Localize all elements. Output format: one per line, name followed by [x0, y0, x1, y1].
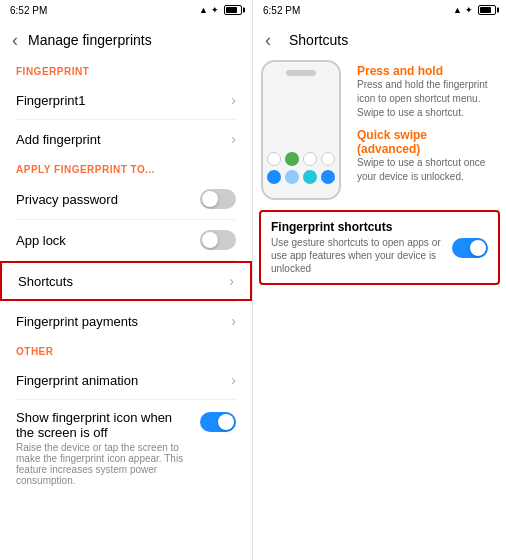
- quick-swipe-title: Quick swipe (advanced): [357, 128, 490, 156]
- section-apply-label: APPLY FINGERPRINT TO...: [0, 158, 252, 179]
- fingerprint-icon-toggle[interactable]: [200, 412, 236, 432]
- fingerprint-animation-item[interactable]: Fingerprint animation ›: [0, 361, 252, 399]
- wifi-icon: ✦: [211, 5, 219, 15]
- left-status-bar: 6:52 PM ▲ ✦: [0, 0, 252, 20]
- right-status-icons: ▲ ✦: [453, 5, 496, 15]
- phone-illustration: [261, 60, 341, 200]
- left-time: 6:52 PM: [10, 5, 47, 16]
- wifi-icon: ✦: [465, 5, 473, 15]
- fingerprint-animation-label: Fingerprint animation: [16, 373, 138, 388]
- left-status-icons: ▲ ✦: [199, 5, 242, 15]
- privacy-password-item[interactable]: Privacy password: [0, 179, 252, 219]
- shortcuts-label: Shortcuts: [18, 274, 73, 289]
- chevron-icon: ›: [231, 92, 236, 108]
- section-fingerprint-label: FINGERPRINT: [0, 60, 252, 81]
- right-status-bar: 6:52 PM ▲ ✦: [253, 0, 506, 20]
- page-title: Manage fingerprints: [28, 32, 152, 48]
- finger-dots: [263, 148, 339, 188]
- shortcuts-item[interactable]: Shortcuts ›: [0, 261, 252, 301]
- shortcuts-content: Press and hold Press and hold the finger…: [253, 60, 506, 206]
- dot-1: [267, 152, 281, 166]
- dot-5: [267, 170, 281, 184]
- fp-shortcuts-text: Fingerprint shortcuts Use gesture shortc…: [271, 220, 444, 275]
- add-fingerprint-item[interactable]: Add fingerprint ›: [0, 120, 252, 158]
- bluetooth-icon: ▲: [199, 5, 208, 15]
- privacy-password-toggle[interactable]: [200, 189, 236, 209]
- quick-swipe-desc: Swipe to use a shortcut once your device…: [357, 156, 490, 184]
- shortcuts-info: Press and hold Press and hold the finger…: [349, 60, 498, 200]
- dot-6: [285, 170, 299, 184]
- fingerprint-payments-label: Fingerprint payments: [16, 314, 138, 329]
- left-header: ‹ Manage fingerprints: [0, 20, 252, 60]
- back-button[interactable]: ‹: [12, 30, 18, 51]
- press-and-hold-item: Press and hold Press and hold the finger…: [357, 64, 490, 120]
- fp-shortcuts-title: Fingerprint shortcuts: [271, 220, 444, 234]
- battery-icon: [478, 5, 496, 15]
- quick-swipe-item: Quick swipe (advanced) Swipe to use a sh…: [357, 128, 490, 184]
- chevron-icon: ›: [231, 313, 236, 329]
- chevron-icon: ›: [229, 273, 234, 289]
- add-fingerprint-label: Add fingerprint: [16, 132, 101, 147]
- dot-3: [303, 152, 317, 166]
- right-back-button[interactable]: ‹: [265, 30, 271, 51]
- fingerprint1-label: Fingerprint1: [16, 93, 85, 108]
- app-lock-label: App lock: [16, 233, 66, 248]
- right-panel: 6:52 PM ▲ ✦ ‹ Shortcuts: [253, 0, 506, 560]
- right-time: 6:52 PM: [263, 5, 300, 16]
- section-other-label: OTHER: [0, 340, 252, 361]
- chevron-icon: ›: [231, 372, 236, 388]
- right-header: ‹ Shortcuts: [253, 20, 506, 60]
- right-page-title: Shortcuts: [289, 32, 348, 48]
- fp-shortcuts-toggle[interactable]: [452, 238, 488, 258]
- battery-icon: [224, 5, 242, 15]
- fingerprint-icon-label: Show fingerprint icon when the screen is…: [16, 410, 192, 440]
- fingerprint-payments-item[interactable]: Fingerprint payments ›: [0, 302, 252, 340]
- phone-notch: [286, 70, 316, 76]
- chevron-icon: ›: [231, 131, 236, 147]
- press-and-hold-desc: Press and hold the fingerprint icon to o…: [357, 78, 490, 120]
- fingerprint-icon-subtext: Raise the device or tap the screen to ma…: [16, 442, 192, 486]
- fingerprint-shortcuts-box: Fingerprint shortcuts Use gesture shortc…: [259, 210, 500, 285]
- dot-8: [321, 170, 335, 184]
- press-and-hold-title: Press and hold: [357, 64, 490, 78]
- privacy-password-label: Privacy password: [16, 192, 118, 207]
- fingerprint-icon-item[interactable]: Show fingerprint icon when the screen is…: [0, 400, 252, 496]
- left-panel: 6:52 PM ▲ ✦ ‹ Manage fingerprints FINGER…: [0, 0, 253, 560]
- dot-2: [285, 152, 299, 166]
- fp-shortcuts-desc: Use gesture shortcuts to open apps or us…: [271, 236, 444, 275]
- fingerprint1-item[interactable]: Fingerprint1 ›: [0, 81, 252, 119]
- dot-4: [321, 152, 335, 166]
- app-lock-toggle[interactable]: [200, 230, 236, 250]
- bluetooth-icon: ▲: [453, 5, 462, 15]
- app-lock-item[interactable]: App lock: [0, 220, 252, 260]
- dot-7: [303, 170, 317, 184]
